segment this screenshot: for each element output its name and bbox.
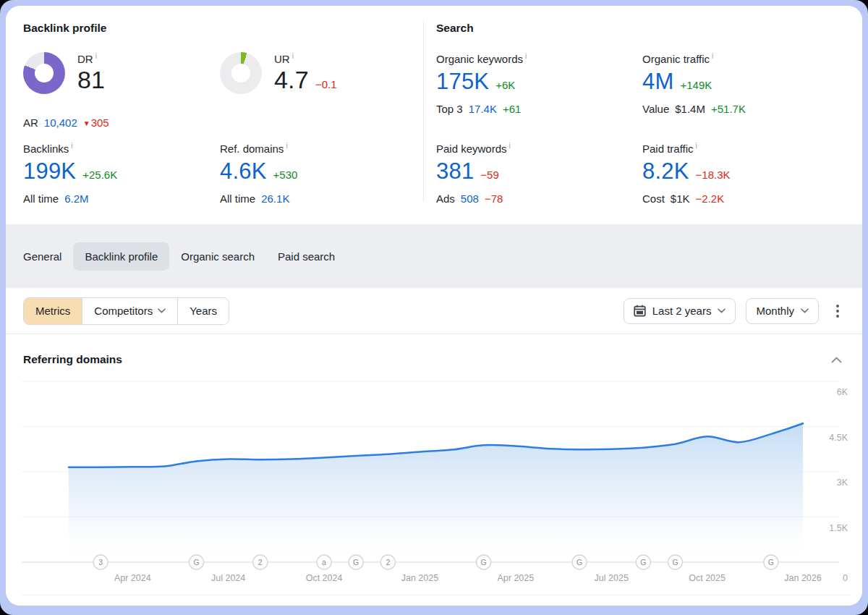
top3-delta: +61: [503, 103, 521, 115]
ref-domains-delta: +530: [273, 169, 298, 181]
info-icon[interactable]: i: [286, 142, 287, 150]
metrics-segment[interactable]: Metrics: [24, 298, 82, 324]
paid-keywords-metric: Paid keywordsi 381 −59 Ads 508 −78: [436, 142, 624, 205]
svg-text:3: 3: [98, 558, 103, 567]
chevron-down-icon: [718, 308, 726, 313]
svg-text:6K: 6K: [837, 387, 848, 397]
svg-text:4.5K: 4.5K: [829, 433, 848, 443]
backlinks-delta: +25.6K: [82, 169, 117, 181]
alltime-label: All time: [220, 192, 255, 205]
paid-traffic-value[interactable]: 8.2K: [642, 158, 689, 184]
ar-value[interactable]: 10,402: [44, 116, 77, 129]
overview-page: Backlink profile Search DRi 81 AR 10,402…: [6, 6, 862, 606]
paid-keywords-label: Paid keywordsi: [436, 142, 624, 155]
backlinks-metric: Backlinksi 199K +25.6K All time 6.2M: [23, 142, 211, 205]
info-icon[interactable]: i: [712, 52, 713, 60]
svg-text:G: G: [353, 558, 359, 567]
organic-traffic-value[interactable]: 4M: [642, 69, 673, 95]
date-range-label: Last 2 years: [652, 305, 712, 317]
chart-controls: Metrics Competitors Years Last 2 years M…: [6, 288, 862, 334]
backlinks-alltime-value[interactable]: 6.2M: [64, 192, 88, 205]
chevron-down-icon: [801, 308, 809, 313]
collapse-section-button[interactable]: [830, 352, 843, 368]
ref-domains-metric: Ref. domainsi 4.6K +530 All time 26.1K: [220, 142, 408, 205]
svg-text:G: G: [193, 558, 199, 567]
paid-keywords-delta: −59: [480, 169, 498, 181]
traffic-value: $1.4M: [675, 103, 705, 115]
top3-value[interactable]: 17.4K: [469, 103, 497, 115]
svg-text:Oct 2024: Oct 2024: [306, 573, 343, 583]
svg-text:0: 0: [843, 573, 848, 583]
top3-label: Top 3: [436, 103, 463, 115]
calendar-icon: [634, 305, 646, 317]
info-icon[interactable]: i: [696, 142, 697, 150]
dr-gauge: [23, 52, 65, 94]
svg-text:G: G: [768, 558, 774, 567]
ur-delta: −0.1: [315, 78, 337, 90]
ads-value[interactable]: 508: [461, 192, 479, 205]
organic-keywords-delta: +6K: [495, 79, 515, 91]
paid-traffic-metric: Paid traffici 8.2K −18.3K Cost $1K −2.2K: [642, 142, 830, 205]
svg-text:2: 2: [258, 558, 263, 567]
svg-text:Jan 2026: Jan 2026: [784, 573, 821, 583]
backlinks-alltime-row: All time 6.2M: [23, 192, 211, 205]
svg-text:G: G: [481, 558, 487, 567]
paid-keywords-value[interactable]: 381: [436, 158, 474, 184]
traffic-value-delta: +51.7K: [711, 103, 746, 115]
ar-label: AR: [23, 116, 38, 129]
ads-row: Ads 508 −78: [436, 192, 624, 205]
paid-traffic-delta: −18.3K: [696, 169, 731, 181]
backlinks-label: Backlinksi: [23, 142, 211, 155]
ref-domains-alltime-value[interactable]: 26.1K: [261, 192, 289, 205]
organic-traffic-metric: Organic traffici 4M +149K Value $1.4M +5…: [642, 52, 830, 115]
svg-text:Apr 2025: Apr 2025: [497, 573, 534, 583]
search-heading: Search: [436, 22, 474, 35]
granularity-button[interactable]: Monthly: [746, 298, 819, 324]
more-options-button[interactable]: [829, 300, 846, 322]
tab-general[interactable]: General: [12, 242, 73, 271]
ref-domains-value[interactable]: 4.6K: [220, 158, 267, 184]
organic-keywords-value[interactable]: 175K: [436, 69, 489, 95]
referring-domains-chart[interactable]: 3G2aG2GGGGG 6K4.5K3K1.5K0Apr 2024Jul 202…: [19, 370, 849, 599]
svg-text:G: G: [640, 558, 646, 567]
svg-text:3K: 3K: [837, 478, 848, 488]
info-icon[interactable]: i: [292, 52, 294, 60]
paid-traffic-label: Paid traffici: [642, 142, 830, 155]
top3-row: Top 3 17.4K +61: [436, 103, 624, 115]
competitors-segment[interactable]: Competitors: [82, 298, 177, 324]
svg-text:a: a: [322, 558, 326, 567]
organic-traffic-label: Organic traffici: [642, 52, 830, 65]
backlinks-value[interactable]: 199K: [23, 158, 76, 184]
svg-text:G: G: [672, 558, 678, 567]
tab-backlink-profile[interactable]: Backlink profile: [73, 242, 169, 271]
ur-metric: URi 4.7 −0.1: [220, 52, 337, 94]
tab-paid-search[interactable]: Paid search: [266, 242, 346, 271]
years-segment[interactable]: Years: [177, 298, 229, 324]
ur-value[interactable]: 4.7: [274, 66, 309, 94]
svg-text:Oct 2025: Oct 2025: [689, 573, 726, 583]
svg-text:Jan 2025: Jan 2025: [401, 573, 438, 583]
svg-text:2: 2: [386, 558, 390, 567]
card-bottom-divider: [22, 595, 851, 595]
tab-organic-search[interactable]: Organic search: [169, 242, 266, 271]
dr-label: DRi: [77, 52, 105, 65]
chart-title: Referring domains: [23, 353, 122, 366]
cost-value: $1K: [671, 192, 690, 205]
granularity-label: Monthly: [756, 305, 794, 317]
chart-header: Referring domains: [6, 334, 862, 368]
value-label: Value: [642, 103, 669, 115]
info-icon[interactable]: i: [95, 52, 97, 60]
traffic-value-row: Value $1.4M +51.7K: [642, 103, 830, 115]
view-segmented-control: Metrics Competitors Years: [23, 297, 229, 325]
section-divider: [423, 20, 424, 201]
chevron-up-icon: [831, 357, 842, 363]
chevron-down-icon: [158, 308, 166, 313]
info-icon[interactable]: i: [71, 142, 72, 150]
report-tabs: General Backlink profile Organic search …: [6, 224, 862, 288]
ads-delta: −78: [485, 192, 503, 205]
info-icon[interactable]: i: [509, 142, 511, 150]
dr-value[interactable]: 81: [77, 66, 105, 94]
date-range-button[interactable]: Last 2 years: [624, 298, 736, 324]
info-icon[interactable]: i: [525, 52, 527, 60]
svg-text:1.5K: 1.5K: [829, 523, 848, 533]
